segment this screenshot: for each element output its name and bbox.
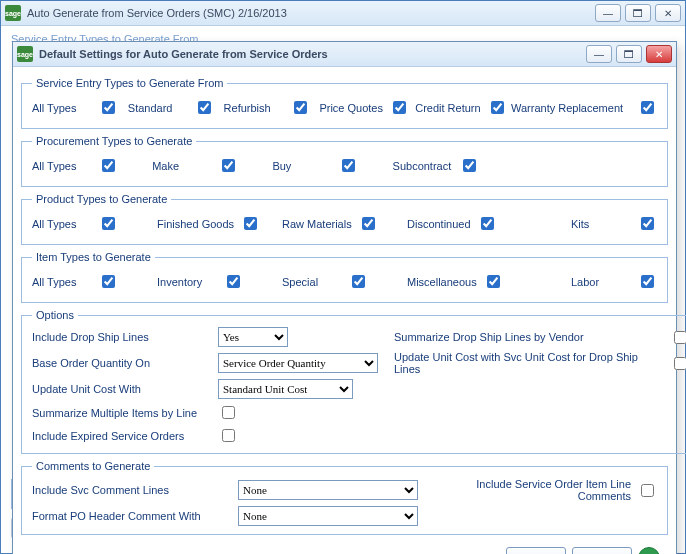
cb-svc-all[interactable] (102, 101, 115, 114)
close-button[interactable]: ✕ (655, 4, 681, 22)
label-sum-vendor: Summarize Drop Ship Lines by Vendor (394, 331, 664, 343)
main-window-title: Auto Generate from Service Orders (SMC) … (27, 7, 595, 19)
cb-prod-fg[interactable] (244, 217, 257, 230)
label-credit-return: Credit Return (415, 102, 480, 114)
label-base-qty: Base Order Quantity On (32, 357, 212, 369)
minimize-button[interactable]: — (595, 4, 621, 22)
cb-item-misc[interactable] (487, 275, 500, 288)
label-warranty: Warranty Replacement (511, 102, 631, 114)
group-legend: Service Entry Types to Generate From (32, 77, 227, 89)
label-inc-expired: Include Expired Service Orders (32, 430, 212, 442)
sel-upd-with[interactable]: Standard Unit Cost (218, 379, 353, 399)
ok-button[interactable]: OK (506, 547, 566, 554)
cb-svc-price[interactable] (393, 101, 406, 114)
label-standard: Standard (128, 102, 188, 114)
label-upd-with: Update Unit Cost With (32, 383, 212, 395)
product-types-group: Product Types to Generate All Types Fini… (21, 193, 668, 245)
cb-inc-item[interactable] (641, 484, 654, 497)
label-update-cost: Update Unit Cost with Svc Unit Cost for … (394, 351, 664, 375)
dlg-minimize-button[interactable]: — (586, 45, 612, 63)
cb-item-all[interactable] (102, 275, 115, 288)
label-proc-buy: Buy (272, 160, 332, 172)
label-proc-sub: Subcontract (393, 160, 453, 172)
group-legend: Item Types to Generate (32, 251, 155, 263)
label-prod-fg: Finished Goods (157, 218, 234, 230)
group-legend: Procurement Types to Generate (32, 135, 196, 147)
label-proc-all: All Types (32, 160, 92, 172)
sel-inc-svc[interactable]: None (238, 480, 418, 500)
label-fmt-hdr: Format PO Header Comment With (32, 510, 232, 522)
label-inc-svc: Include Svc Comment Lines (32, 484, 232, 496)
label-item-misc: Miscellaneous (407, 276, 477, 288)
cb-proc-buy[interactable] (342, 159, 355, 172)
cancel-button[interactable]: Cancel (572, 547, 632, 554)
comments-group: Comments to Generate Include Svc Comment… (21, 460, 668, 535)
label-item-spec: Special (282, 276, 342, 288)
app-icon: sage (17, 46, 33, 62)
label-price-quotes: Price Quotes (319, 102, 383, 114)
item-types-group: Item Types to Generate All Types Invento… (21, 251, 668, 303)
cb-svc-refurbish[interactable] (294, 101, 307, 114)
dlg-close-button[interactable]: ✕ (646, 45, 672, 63)
dialog-title: Default Settings for Auto Generate from … (39, 48, 586, 60)
cb-sum-line[interactable] (222, 406, 235, 419)
group-legend: Options (32, 309, 78, 321)
label-item-all: All Types (32, 276, 92, 288)
label-prod-all: All Types (32, 218, 92, 230)
service-entry-types-group: Service Entry Types to Generate From All… (21, 77, 668, 129)
options-group: Options Include Drop Ship Lines Yes Summ… (21, 309, 686, 454)
cb-prod-all[interactable] (102, 217, 115, 230)
default-settings-dialog: sage Default Settings for Auto Generate … (12, 41, 677, 554)
dlg-maximize-button[interactable]: 🗖 (616, 45, 642, 63)
cb-svc-credit[interactable] (491, 101, 504, 114)
cb-inc-expired[interactable] (222, 429, 235, 442)
cb-svc-warranty[interactable] (641, 101, 654, 114)
help-button[interactable]: ? (638, 547, 660, 554)
main-window-titlebar: sage Auto Generate from Service Orders (… (1, 1, 685, 26)
label-item-inv: Inventory (157, 276, 217, 288)
cb-proc-sub[interactable] (463, 159, 476, 172)
sel-base-qty[interactable]: Service Order Quantity (218, 353, 378, 373)
cb-svc-standard[interactable] (198, 101, 211, 114)
label-inc-item: Include Service Order Item Line Comments (474, 478, 631, 502)
cb-item-labor[interactable] (641, 275, 654, 288)
cb-item-inv[interactable] (227, 275, 240, 288)
cb-prod-raw[interactable] (362, 217, 375, 230)
label-sum-line: Summarize Multiple Items by Line (32, 407, 212, 419)
cb-prod-kits[interactable] (641, 217, 654, 230)
label-include-drop: Include Drop Ship Lines (32, 331, 212, 343)
group-legend: Comments to Generate (32, 460, 154, 472)
label-all-types: All Types (32, 102, 92, 114)
label-proc-make: Make (152, 160, 212, 172)
cb-proc-all[interactable] (102, 159, 115, 172)
cb-item-spec[interactable] (352, 275, 365, 288)
maximize-button[interactable]: 🗖 (625, 4, 651, 22)
cb-prod-disc[interactable] (481, 217, 494, 230)
cb-proc-make[interactable] (222, 159, 235, 172)
label-item-labor: Labor (571, 276, 631, 288)
label-prod-kits: Kits (571, 218, 631, 230)
sel-include-drop[interactable]: Yes (218, 327, 288, 347)
app-icon: sage (5, 5, 21, 21)
sel-fmt-hdr[interactable]: None (238, 506, 418, 526)
procurement-types-group: Procurement Types to Generate All Types … (21, 135, 668, 187)
label-prod-disc: Discontinued (407, 218, 471, 230)
label-refurbish: Refurbish (224, 102, 284, 114)
label-prod-raw: Raw Materials (282, 218, 352, 230)
group-legend: Product Types to Generate (32, 193, 171, 205)
cb-update-cost[interactable] (674, 357, 686, 370)
cb-sum-vendor[interactable] (674, 331, 686, 344)
